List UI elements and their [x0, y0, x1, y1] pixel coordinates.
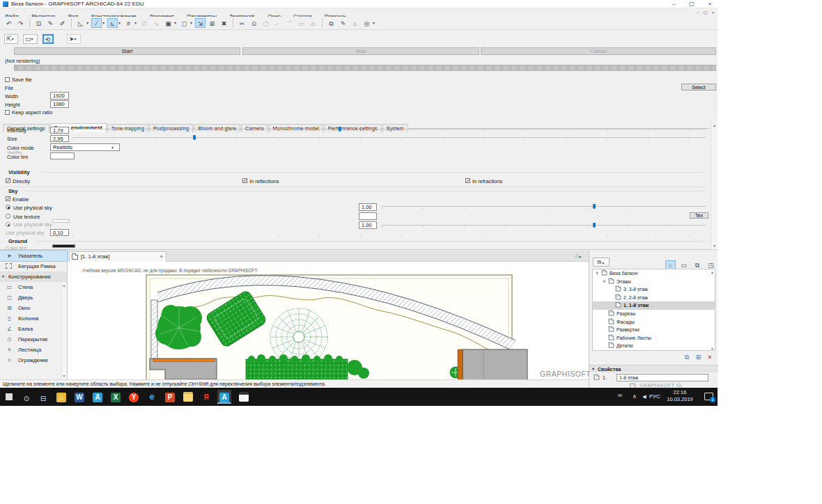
tree-scroll-down-icon[interactable]: ▼ — [710, 347, 715, 351]
sky-intensity2-slider[interactable] — [382, 223, 706, 228]
renovation-filter-icon[interactable]: ▣ — [163, 18, 173, 28]
close-button[interactable]: × — [702, 0, 718, 8]
gravity-caret-icon[interactable]: ▾ — [118, 18, 123, 28]
drawing-canvas[interactable]: Учебная версия ARCHICAD, не для продажи.… — [68, 262, 589, 379]
delete-icon[interactable]: × — [705, 354, 715, 361]
orbit-icon[interactable]: ⇲ — [195, 18, 206, 28]
tool-column[interactable]: ▯Колонна — [0, 313, 67, 324]
render-settings-caret-icon[interactable]: ▾ — [373, 18, 377, 28]
color-mode-select[interactable]: Realistic — [50, 143, 120, 151]
mdi-restore-button[interactable]: ▢ — [701, 9, 709, 16]
toolbox-scroll-down-icon[interactable]: ▼ — [62, 374, 66, 378]
mdi-close-button[interactable]: × — [709, 9, 717, 16]
tool-beam[interactable]: ∠Балка — [0, 324, 67, 334]
cancel-render-button[interactable]: Cancel — [481, 47, 716, 55]
camera-select-button[interactable]: ▭▾ — [23, 34, 38, 44]
excel-icon[interactable]: X — [109, 390, 123, 404]
word-icon[interactable]: W — [72, 390, 86, 404]
tree-item-sections[interactable]: Разрезы — [593, 310, 715, 318]
movies-app-icon[interactable] — [237, 390, 251, 404]
guide-lines-caret-icon[interactable]: ▾ — [86, 18, 91, 28]
redo-icon[interactable]: ↷ — [15, 18, 26, 28]
sky-intensity2-input[interactable]: 1,00 — [359, 221, 377, 229]
tree-scrollbar[interactable]: ▲▼ — [710, 269, 715, 351]
favorites-icon[interactable]: ⊡ — [33, 18, 44, 28]
sky-enable-checkbox[interactable]: ✓ — [6, 196, 10, 201]
language-indicator[interactable]: РУС — [648, 388, 662, 406]
intensity-slider[interactable] — [72, 127, 706, 132]
sky-intensity-input[interactable]: 1,00 — [359, 203, 377, 211]
select-file-button[interactable]: Select — [681, 84, 716, 90]
guide-lines-icon[interactable]: ◺ — [75, 18, 86, 28]
ground-color-swatch[interactable] — [52, 244, 75, 248]
zoom-icon[interactable]: ⊙ — [249, 18, 259, 28]
start-render-button[interactable]: Start — [14, 47, 240, 55]
tool-slab[interactable]: ◇Перекрытие — [0, 334, 67, 345]
tree-item-project[interactable]: ∨Виза балкон — [593, 269, 715, 278]
undo-icon[interactable]: ↶ — [3, 18, 14, 28]
restore-button[interactable]: ▢ — [684, 0, 699, 8]
settings-scrollbar[interactable]: ▲ ▼ — [711, 122, 717, 249]
expander-icon[interactable]: ∨ — [603, 278, 605, 286]
tree-item-worksheets[interactable]: Рабочие Листы — [593, 334, 715, 342]
expander-icon[interactable]: ∨ — [596, 269, 598, 278]
color-mode-caret-icon[interactable]: ▾ — [111, 145, 114, 150]
interactive-render-button[interactable]: ⟲ — [42, 34, 54, 44]
directly-checkbox[interactable]: ✓ — [6, 178, 10, 183]
tray-chevron-icon[interactable]: ∧ — [630, 388, 639, 406]
height-input[interactable]: 1080 — [50, 100, 69, 108]
search-icon[interactable]: ⊙ — [20, 390, 33, 404]
edit-elements-icon[interactable]: ✎ — [338, 18, 348, 28]
toolbox-scrollbar[interactable]: ▲▼ — [61, 283, 66, 379]
floor-plan-tab[interactable]: [1. 1-й этаж] × — [69, 251, 166, 262]
tool-stair[interactable]: ≡Лестница — [0, 345, 67, 355]
clone-folder-icon[interactable]: ⧉ — [682, 354, 692, 361]
grid-snap-caret-icon[interactable]: ▾ — [134, 18, 139, 28]
size-slider[interactable] — [72, 135, 706, 140]
tree-item-floor1[interactable]: 1. 1-й этаж — [593, 301, 715, 310]
story-name-input[interactable]: 1-й этаж — [616, 374, 708, 381]
use-physical-sky-radio[interactable] — [6, 205, 10, 210]
archicad-active-icon[interactable]: A — [217, 390, 231, 404]
in-reflections-checkbox[interactable]: ✓ — [242, 178, 247, 183]
snap-guides-icon[interactable]: ∕ — [91, 18, 102, 28]
yandex-icon[interactable]: Я — [199, 390, 213, 404]
tool-window[interactable]: ⊞Окно — [0, 303, 67, 313]
sky-texture-input[interactable] — [359, 212, 377, 220]
marquee-3d-icon[interactable]: ⧉ — [326, 18, 336, 28]
tool-arrow[interactable]: ➤Указатель — [0, 251, 67, 261]
split-icon[interactable]: ✂ — [237, 18, 247, 28]
ghost-value-input[interactable]: 0,10 — [50, 229, 69, 236]
renovation-caret-icon[interactable]: ▾ — [174, 18, 178, 28]
scroll-down-icon[interactable]: ▼ — [711, 244, 718, 248]
snap-guides-caret-icon[interactable]: ▾ — [102, 18, 107, 28]
yandex-browser-icon[interactable]: Y — [127, 390, 141, 404]
lock-caret-icon[interactable]: ▾ — [190, 18, 194, 28]
clock[interactable]: 22:1610.03.2019 — [662, 389, 698, 403]
tree-scroll-up-icon[interactable]: ▲ — [710, 270, 715, 274]
tool-wall[interactable]: ▭Стена — [0, 282, 67, 292]
renderer-select-button[interactable]: ⇱▾ — [4, 34, 18, 44]
toolbox-section-design[interactable]: ▾Конструирование — [0, 271, 67, 282]
width-input[interactable]: 1920 — [50, 92, 69, 100]
tree-item-floor3[interactable]: 3. 3-й этаж — [593, 285, 715, 294]
archicad-icon[interactable]: A — [91, 390, 104, 404]
toolbox-scroll-up-icon[interactable]: ▲ — [62, 283, 66, 288]
scroll-up-icon[interactable]: ▲ — [711, 123, 718, 127]
project-chooser-button[interactable]: ⧉▾ — [593, 258, 610, 267]
tree-item-details[interactable]: Детали — [593, 342, 715, 350]
keep-aspect-checkbox[interactable] — [5, 110, 10, 115]
in-refractions-checkbox[interactable]: ✓ — [465, 178, 470, 183]
new-viewpoint-icon[interactable]: ⊞ — [693, 354, 703, 361]
save-file-checkbox[interactable] — [5, 77, 10, 82]
stop-render-button[interactable]: Stop — [242, 47, 479, 55]
task-view-icon[interactable]: ⊟ — [36, 390, 50, 404]
home-view-icon[interactable]: ⌂ — [308, 18, 318, 28]
internet-explorer-icon[interactable]: e — [145, 390, 159, 404]
gravity-icon[interactable]: ⊾ — [107, 18, 118, 28]
fit-in-window-icon[interactable]: ✖ — [219, 18, 229, 28]
grid-snap-icon[interactable]: # — [123, 18, 134, 28]
tree-item-floor2[interactable]: 2. 2-й этаж — [593, 294, 715, 302]
inject-parameters-icon[interactable]: ✐ — [57, 18, 68, 28]
use-texture-radio[interactable] — [6, 214, 10, 219]
